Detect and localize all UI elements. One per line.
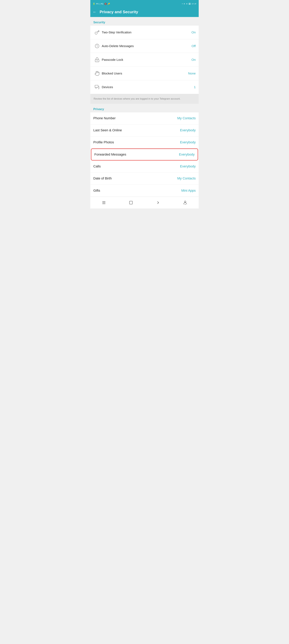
x-icon-1: ✕ (183, 3, 185, 5)
x-icon-2: ✕ (186, 3, 188, 5)
devices-info-box: Review the list of devices where you are… (90, 94, 199, 104)
mute-icon: 🔇 (104, 3, 107, 5)
time-display: ۱۲:۱۴ (191, 3, 196, 5)
security-section-header: Security (90, 17, 199, 26)
timer-icon (93, 42, 101, 50)
privacy-settings-group: Phone Number My Contacts Last Seen & Onl… (90, 112, 199, 196)
phone-number-value: My Contacts (177, 116, 196, 120)
chevron-right-icon (156, 200, 160, 205)
dot-icon: • (182, 3, 183, 5)
last-seen-item[interactable]: Last Seen & Online Everybody (90, 124, 199, 136)
blocked-users-label: Blocked Users (102, 72, 188, 75)
last-seen-value: Everybody (180, 128, 196, 132)
hand-icon (93, 70, 101, 77)
security-settings-group: Two-Step Verification On Auto-Delete Mes… (90, 26, 199, 94)
photo-icon: 🖼 (189, 3, 191, 5)
profile-photos-item[interactable]: Profile Photos Everybody (90, 136, 199, 148)
gifts-value: Mini Apps (181, 189, 196, 192)
auto-delete-item[interactable]: Auto-Delete Messages Off (90, 39, 199, 53)
lock-icon (93, 56, 101, 64)
content-area: Security Two-Step Verification On Auto-D… (90, 17, 199, 196)
menu-nav-button[interactable] (99, 199, 108, 206)
signal-text: ۴۴٪ | ۴G (96, 3, 103, 5)
gifts-label: Gifts (93, 189, 181, 192)
person-icon (183, 200, 187, 205)
back-button[interactable]: ← (93, 10, 97, 14)
calls-value: Everybody (180, 164, 196, 168)
profile-photos-label: Profile Photos (93, 140, 180, 144)
profile-photos-value: Everybody (180, 140, 196, 144)
page-header: ← Privacy and Security (90, 8, 199, 17)
date-of-birth-item[interactable]: Date of Birth My Contacts (90, 172, 199, 184)
devices-label: Devices (102, 85, 194, 89)
passcode-label: Passcode Lock (102, 58, 191, 62)
auto-delete-label: Auto-Delete Messages (102, 44, 191, 48)
status-bar: 🔋 ۴۴٪ | ۴G 🔇 🔑 • ✕ ✕ 🖼 ۱۲:۱۴ (90, 0, 199, 8)
passcode-value: On (191, 58, 196, 62)
home-icon (129, 200, 133, 205)
two-step-value: On (191, 30, 196, 34)
date-of-birth-label: Date of Birth (93, 176, 177, 180)
devices-value: 1 (194, 85, 196, 89)
key-svg (95, 30, 100, 35)
page-title: Privacy and Security (100, 10, 138, 14)
battery-icon: 🔋 (93, 3, 95, 5)
svg-point-3 (97, 60, 97, 61)
blocked-users-item[interactable]: Blocked Users None (90, 67, 199, 80)
key-status-icon: 🔑 (108, 3, 110, 5)
forwarded-messages-value: Everybody (179, 152, 195, 156)
forward-nav-button[interactable] (154, 199, 163, 206)
passcode-lock-item[interactable]: Passcode Lock On (90, 53, 199, 67)
calls-item[interactable]: Calls Everybody (90, 160, 199, 172)
calls-label: Calls (93, 164, 180, 168)
two-step-label: Two-Step Verification (102, 30, 191, 34)
status-right: • ✕ ✕ 🖼 ۱۲:۱۴ (182, 3, 196, 5)
blocked-users-value: None (188, 72, 196, 75)
devices-icon (93, 83, 101, 91)
phone-number-label: Phone Number (93, 116, 177, 120)
devices-item[interactable]: Devices 1 (90, 80, 199, 94)
date-of-birth-value: My Contacts (177, 176, 196, 180)
hand-svg (95, 71, 100, 76)
phone-number-item[interactable]: Phone Number My Contacts (90, 112, 199, 124)
key-icon (93, 28, 101, 36)
home-nav-button[interactable] (126, 199, 135, 206)
svg-point-11 (184, 201, 186, 202)
forwarded-messages-item[interactable]: Forwarded Messages Everybody (91, 148, 198, 160)
menu-icon (102, 200, 106, 205)
svg-rect-4 (95, 85, 98, 88)
forwarded-messages-label: Forwarded Messages (94, 152, 179, 156)
privacy-section-header: Privacy (90, 104, 199, 112)
two-step-verification-item[interactable]: Two-Step Verification On (90, 26, 199, 39)
last-seen-label: Last Seen & Online (93, 128, 180, 132)
lock-svg (95, 57, 100, 62)
svg-rect-10 (129, 201, 132, 204)
person-nav-button[interactable] (181, 199, 190, 206)
auto-delete-value: Off (191, 44, 196, 48)
bottom-navigation (90, 196, 199, 208)
devices-svg (95, 84, 100, 90)
status-left: 🔋 ۴۴٪ | ۴G 🔇 🔑 (93, 3, 110, 5)
gifts-item[interactable]: Gifts Mini Apps (90, 184, 199, 196)
timer-svg (95, 44, 100, 48)
